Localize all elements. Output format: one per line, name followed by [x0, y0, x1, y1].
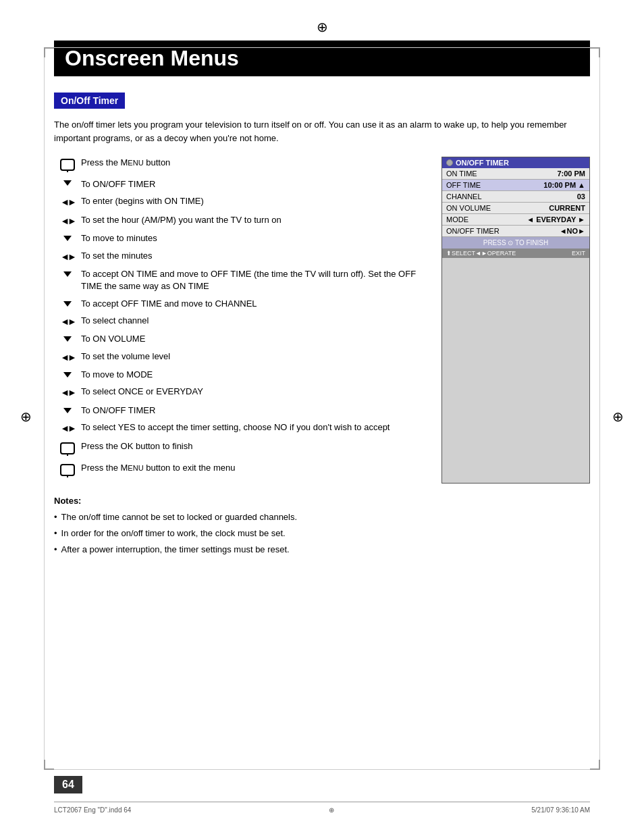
step-5-text: To move to minutes — [81, 232, 428, 244]
step-14-text: To ON/OFF TIMER — [81, 405, 428, 417]
menu-button-icon — [59, 157, 76, 174]
page-title: Onscreen Menus — [54, 41, 590, 76]
note-bullet-1: • — [54, 511, 57, 523]
lr-arrow-icon-2: ◄► — [60, 215, 75, 228]
step-7: To accept ON TIME and move to OFF TIME (… — [54, 268, 428, 292]
step-12-text: To move to MODE — [81, 369, 428, 381]
step-12: To move to MODE — [54, 369, 428, 381]
footer-right: 5/21/07 9:36:10 AM — [531, 806, 590, 814]
note-text-1: The on/off time cannot be set to locked … — [61, 511, 298, 523]
step-2-text: To ON/OFF TIMER — [81, 178, 428, 190]
note-bullet-3: • — [54, 544, 57, 556]
timer-row-onoff: ON/OFF TIMER ◄NO► — [442, 226, 589, 237]
step-16-text: Press the OK button to finish — [81, 440, 428, 452]
page-container: ⊕ ⊕ ⊕ Onscreen Menus On/Off Timer The on… — [0, 0, 644, 834]
channel-value: 03 — [577, 192, 585, 201]
timer-screen-nav: ⬆SELECT◄►OPERATE EXIT — [442, 249, 589, 258]
step-8-icon — [54, 298, 81, 307]
timer-row-off-time: OFF TIME 10:00 PM ▲ — [442, 180, 589, 191]
step-6-text: To set the minutes — [81, 250, 428, 262]
channel-label: CHANNEL — [446, 192, 482, 201]
step-15-text: To select YES to accept the timer settin… — [81, 421, 428, 434]
step-1-text: Press the MENU button — [81, 157, 428, 169]
timer-screen-title: ON/OFF TIMER — [456, 159, 509, 167]
step-11-text: To set the volume level — [81, 350, 428, 363]
step-1-icon — [54, 157, 81, 174]
mode-value: ◄ EVERYDAY ► — [527, 215, 585, 224]
timer-screen-header: ON/OFF TIMER — [442, 157, 589, 168]
timer-screen: ON/OFF TIMER ON TIME 7:00 PM OFF TIME 10… — [441, 157, 590, 484]
step-4-text: To set the hour (AM/PM) you want the TV … — [81, 214, 428, 226]
footer: LCT2067 Eng "D".indd 64 ⊕ 5/21/07 9:36:1… — [54, 802, 590, 814]
timer-circle-icon — [446, 159, 453, 166]
note-item-1: • The on/off time cannot be set to locke… — [54, 511, 590, 523]
step-17-icon — [54, 462, 81, 479]
steps-list: Press the MENU button To ON/OFF TIMER ◄►… — [54, 157, 428, 484]
step-17-text: Press the MENU button to exit the menu — [81, 462, 428, 474]
step-4-icon: ◄► — [54, 214, 81, 228]
onoff-value: ◄NO► — [560, 227, 585, 235]
step-11: ◄► To set the volume level — [54, 350, 428, 365]
step-2-icon — [54, 178, 81, 186]
timer-row-channel: CHANNEL 03 — [442, 191, 589, 203]
timer-screen-footer: PRESS ⊙ TO FINISH — [442, 237, 589, 249]
step-6-icon: ◄► — [54, 250, 81, 264]
step-15: ◄► To select YES to accept the timer set… — [54, 421, 428, 436]
notes-section: Notes: • The on/off time cannot be set t… — [54, 496, 590, 556]
timer-row-volume: ON VOLUME CURRENT — [442, 203, 589, 214]
note-text-3: After a power interruption, the timer se… — [61, 544, 290, 556]
step-6: ◄► To set the minutes — [54, 250, 428, 264]
timer-row-mode: MODE ◄ EVERYDAY ► — [442, 214, 589, 226]
step-3-text: To enter (begins with ON TIME) — [81, 195, 428, 207]
reg-mark-top: ⊕ — [317, 20, 328, 35]
page-number: 64 — [54, 776, 82, 793]
notes-title: Notes: — [54, 496, 590, 506]
step-17: Press the MENU button to exit the menu — [54, 462, 428, 479]
lr-arrow-icon-6: ◄► — [60, 386, 75, 400]
menu-exit-icon — [59, 463, 76, 479]
timer-nav-select: ⬆SELECT◄►OPERATE — [446, 250, 516, 257]
note-bullet-2: • — [54, 527, 57, 540]
step-12-icon — [54, 369, 81, 377]
lr-arrow-icon-4: ◄► — [60, 315, 75, 329]
step-7-text: To accept ON TIME and move to OFF TIME (… — [81, 268, 428, 292]
step-2: To ON/OFF TIMER — [54, 178, 428, 190]
step-11-icon: ◄► — [54, 350, 81, 365]
step-13-icon: ◄► — [54, 386, 81, 400]
ok-button-icon — [59, 441, 76, 457]
step-14: To ON/OFF TIMER — [54, 405, 428, 417]
step-10-text: To ON VOLUME — [81, 333, 428, 345]
step-8-text: To accept OFF TIME and move to CHANNEL — [81, 298, 428, 310]
on-time-value: 7:00 PM — [557, 170, 585, 178]
step-7-icon — [54, 268, 81, 277]
note-item-3: • After a power interruption, the timer … — [54, 544, 590, 556]
step-9-text: To select channel — [81, 315, 428, 327]
step-16-icon — [54, 440, 81, 457]
lr-arrow-icon-3: ◄► — [60, 251, 75, 264]
volume-label: ON VOLUME — [446, 204, 491, 212]
step-9: ◄► To select channel — [54, 315, 428, 329]
step-16: Press the OK button to finish — [54, 440, 428, 457]
section-header: On/Off Timer — [54, 93, 125, 109]
lr-arrow-icon: ◄► — [60, 196, 75, 209]
intro-text: The on/off timer lets you program your t… — [54, 118, 590, 145]
step-14-icon — [54, 405, 81, 413]
step-5-icon — [54, 232, 81, 241]
mode-label: MODE — [446, 215, 468, 224]
step-13: ◄► To select ONCE or EVERYDAY — [54, 386, 428, 400]
reg-mark-right: ⊕ — [612, 410, 624, 425]
svg-rect-4 — [61, 465, 74, 475]
note-text-2: In order for the on/off timer to work, t… — [61, 527, 286, 540]
footer-crosshair: ⊕ — [329, 806, 334, 814]
timer-nav-exit: EXIT — [572, 250, 585, 257]
footer-left: LCT2067 Eng "D".indd 64 — [54, 806, 131, 814]
lr-arrow-icon-7: ◄► — [60, 422, 75, 436]
step-13-text: To select ONCE or EVERYDAY — [81, 386, 428, 398]
step-4: ◄► To set the hour (AM/PM) you want the … — [54, 214, 428, 228]
step-3: ◄► To enter (begins with ON TIME) — [54, 195, 428, 209]
step-5: To move to minutes — [54, 232, 428, 244]
step-8: To accept OFF TIME and move to CHANNEL — [54, 298, 428, 310]
off-time-value: 10:00 PM ▲ — [543, 181, 585, 189]
step-10: To ON VOLUME — [54, 333, 428, 345]
onoff-label: ON/OFF TIMER — [446, 227, 500, 235]
